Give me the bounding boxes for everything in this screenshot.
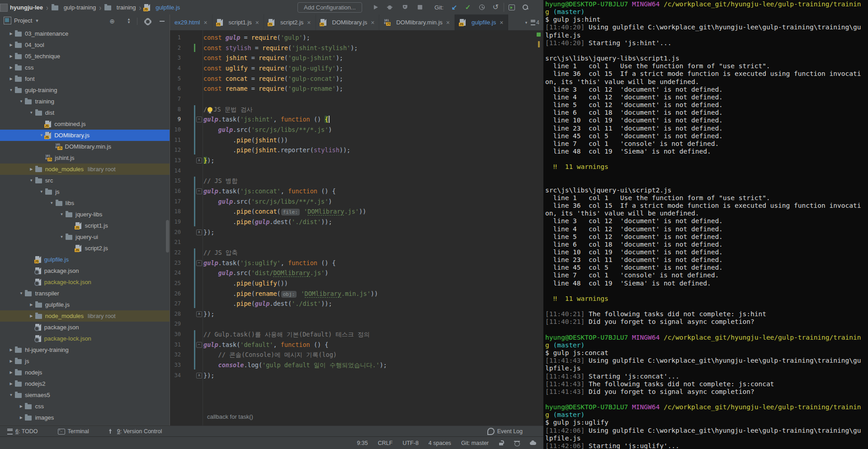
tree-item-jquery-libs[interactable]: ▼jquery-libs bbox=[0, 209, 170, 220]
terminal-window[interactable]: hyung@DESKTOP-U7BJLU7 MINGW64 /c/workpla… bbox=[543, 0, 868, 449]
code-line[interactable]: gulp.src('dist/DOMlibrary.js') bbox=[203, 268, 544, 278]
chevron-down-icon[interactable]: ▼ bbox=[28, 111, 35, 115]
tree-item-nodejs2[interactable]: ▶nodejs2 bbox=[0, 378, 170, 389]
inspection-ok-indicator[interactable] bbox=[537, 33, 541, 37]
tree-item-css[interactable]: ▶css bbox=[0, 62, 170, 73]
chevron-right-icon[interactable]: ▶ bbox=[7, 54, 15, 58]
code-line[interactable]: const concat = require('gulp-concat'); bbox=[203, 74, 544, 84]
tree-item-css[interactable]: ▶css bbox=[0, 401, 170, 412]
tab-DOMlibrary.js[interactable]: DOMlibrary.js× bbox=[316, 14, 380, 30]
collapse-all-icon[interactable]: ▲▼ bbox=[125, 18, 132, 25]
rollback-icon[interactable]: ↺ bbox=[492, 4, 499, 11]
chevron-down-icon[interactable]: ▾ bbox=[525, 20, 528, 25]
coverage-icon[interactable] bbox=[401, 4, 409, 11]
code-line[interactable]: console.log('gulp default 일이 수행되었습니다.'); bbox=[203, 360, 544, 370]
tree-item-transpiler[interactable]: ▼transpiler bbox=[0, 288, 170, 299]
close-icon[interactable]: × bbox=[371, 19, 374, 26]
breadcrumb-item-training[interactable]: training bbox=[104, 4, 136, 11]
debug-icon[interactable] bbox=[386, 4, 393, 11]
git-commit-icon[interactable]: ✓ bbox=[464, 4, 472, 11]
code-line[interactable] bbox=[203, 237, 544, 248]
file-encoding[interactable]: UTF-8 bbox=[402, 440, 418, 446]
tree-item-package-lock.json[interactable]: package-lock.json bbox=[0, 276, 170, 288]
tree-item-gulpfile.js[interactable]: ▶gulpfile.js bbox=[0, 299, 170, 310]
code-line[interactable]: const rename = require('gulp-rename'); bbox=[203, 84, 544, 94]
hidden-tabs-list[interactable]: 4 bbox=[531, 19, 539, 26]
code-line[interactable]: .pipe(gulp.dest('./dist')); bbox=[203, 299, 544, 309]
code-line[interactable]: gulp.task('default', function () { bbox=[203, 340, 544, 350]
breadcrumb-item-hyungju-lee[interactable]: hyungju-lee bbox=[10, 4, 43, 11]
line-ending[interactable]: CRLF bbox=[378, 440, 393, 446]
close-icon[interactable]: × bbox=[446, 19, 450, 26]
code-line[interactable]: }); bbox=[203, 309, 544, 319]
code-line[interactable]: .pipe(rename(obj: 'DOMlibrary.min.js')) bbox=[203, 289, 544, 299]
tree-item-package.json[interactable]: package.json bbox=[0, 322, 170, 333]
chevron-right-icon[interactable]: ▶ bbox=[7, 370, 15, 374]
tree-item-gulp-training[interactable]: ▼gulp-training bbox=[0, 84, 170, 96]
chevron-right-icon[interactable]: ▶ bbox=[7, 348, 15, 352]
tree-item-jshint.js[interactable]: 1010jshint.js bbox=[0, 152, 170, 164]
chevron-right-icon[interactable]: ▶ bbox=[28, 314, 35, 318]
tree-item-DOMlibrary.min.js[interactable]: 1010DOMlibrary.min.js bbox=[0, 141, 170, 152]
chevron-down-icon[interactable]: ▼ bbox=[17, 99, 25, 103]
chevron-right-icon[interactable]: ▶ bbox=[28, 167, 35, 171]
fold-marker-icon[interactable]: ∧ bbox=[196, 229, 202, 235]
tab-script2.js[interactable]: script2.js× bbox=[264, 14, 316, 30]
tree-item-hl-jquery-training[interactable]: ▶hl-jquery-training bbox=[0, 344, 170, 355]
code-line[interactable]: const jshint = require('gulp-jshint'); bbox=[203, 53, 544, 63]
chevron-right-icon[interactable]: ▶ bbox=[17, 416, 25, 420]
unlock-icon[interactable] bbox=[499, 440, 504, 446]
indent-setting[interactable]: 4 spaces bbox=[429, 440, 451, 446]
close-icon[interactable]: × bbox=[203, 19, 207, 26]
code-line[interactable]: .pipe(gulp.dest('./dist')); bbox=[203, 217, 544, 227]
intention-bulb-icon[interactable] bbox=[208, 107, 212, 112]
code-line[interactable]: }); bbox=[203, 155, 544, 166]
tab-DOMlibrary.min.js[interactable]: 1010DOMlibrary.min.js× bbox=[379, 14, 455, 30]
code-line[interactable]: gulp.src('src/js/libs/**/*.js') bbox=[203, 196, 544, 207]
code-line[interactable]: gulp.src('src/js/libs/**/*.js') bbox=[203, 125, 544, 135]
history-icon[interactable] bbox=[478, 4, 486, 11]
close-icon[interactable]: × bbox=[255, 19, 259, 26]
tree-item-libs[interactable]: ▼libs bbox=[0, 197, 170, 209]
chevron-down-icon[interactable]: ▼ bbox=[58, 235, 66, 239]
tree-item-05_technique[interactable]: ▶05_technique bbox=[0, 51, 170, 62]
chevron-right-icon[interactable]: ▶ bbox=[7, 359, 15, 363]
tree-item-gulpfile.js[interactable]: gulpfile.js bbox=[0, 254, 170, 265]
close-icon[interactable]: × bbox=[307, 19, 311, 26]
tree-item-training[interactable]: ▼training bbox=[0, 96, 170, 107]
code-line[interactable] bbox=[203, 319, 544, 329]
chevron-down-icon[interactable]: ▼ bbox=[17, 291, 25, 295]
tree-item-script1.js[interactable]: script1.js bbox=[0, 220, 170, 231]
tree-item-dist[interactable]: ▼dist bbox=[0, 107, 170, 118]
tree-item-combined.js[interactable]: combined.js bbox=[0, 118, 170, 130]
tab-script1.js[interactable]: script1.js× bbox=[212, 14, 264, 30]
run-icon[interactable] bbox=[372, 4, 379, 11]
tree-item-04_tool[interactable]: ▶04_tool bbox=[0, 39, 170, 51]
locate-icon[interactable]: ⊕ bbox=[108, 18, 116, 25]
code-line[interactable]: gulp.task('js:hint', function () { bbox=[203, 114, 544, 125]
fold-marker-icon[interactable]: − bbox=[196, 117, 202, 122]
code-line[interactable]: .pipe(jshint()) bbox=[203, 135, 544, 145]
git-branch[interactable]: Git: master bbox=[461, 440, 489, 446]
close-icon[interactable]: × bbox=[500, 19, 503, 26]
tree-item-src[interactable]: ▼src bbox=[0, 175, 170, 186]
tool-window-version-control[interactable]: 9: Version Control bbox=[109, 428, 162, 435]
fold-marker-icon[interactable]: ∧ bbox=[196, 311, 202, 317]
tree-scrollbar[interactable] bbox=[166, 220, 169, 253]
code-line[interactable]: const uglify = require('gulp-uglify'); bbox=[203, 63, 544, 74]
code-line[interactable]: const gulp = require('gulp'); bbox=[203, 33, 544, 43]
code-line[interactable]: .pipe(jshint.reporter(stylish)); bbox=[203, 145, 544, 155]
stop-icon[interactable] bbox=[416, 4, 424, 11]
fold-marker-icon[interactable]: − bbox=[196, 188, 202, 194]
fold-marker-icon[interactable]: ∧ bbox=[196, 158, 202, 164]
chevron-right-icon[interactable]: ▶ bbox=[7, 382, 15, 386]
tree-item-node_modules[interactable]: ▶node_moduleslibrary root bbox=[0, 164, 170, 175]
code-line[interactable]: gulp.task('js:uglify', function () { bbox=[203, 258, 544, 268]
chevron-right-icon[interactable]: ▶ bbox=[7, 65, 15, 70]
editor-breadcrumb-hint[interactable]: callback for task() bbox=[207, 413, 253, 420]
tree-item-script2.js[interactable]: script2.js bbox=[0, 243, 170, 254]
breadcrumb-item-gulp-training[interactable]: gulp-training bbox=[52, 4, 96, 11]
tree-item-package-lock.json[interactable]: package-lock.json bbox=[0, 333, 170, 344]
chevron-right-icon[interactable]: ▶ bbox=[17, 404, 25, 408]
code-line[interactable]: // Gulp.task()를 사용해 기본(Default) 테스크 정의 bbox=[203, 329, 544, 340]
